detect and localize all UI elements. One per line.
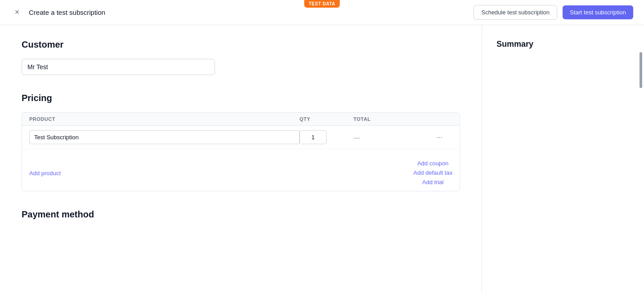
table-row: — ···: [22, 126, 460, 149]
pricing-heading: Pricing: [22, 93, 460, 103]
pricing-table: PRODUCT QTY TOTAL —: [22, 112, 460, 191]
right-panel: Summary: [482, 25, 644, 292]
add-coupon-button[interactable]: Add coupon: [413, 160, 452, 167]
pricing-table-header: PRODUCT QTY TOTAL: [22, 113, 460, 126]
close-icon: ×: [15, 8, 20, 17]
coupon-group: Add coupon Add default tax Add trial: [413, 155, 452, 186]
add-links-container: Add product Add coupon Add default tax A…: [22, 149, 460, 191]
page-title: Create a test subscription: [29, 9, 105, 16]
customer-heading: Customer: [22, 40, 460, 50]
payment-method-heading: Payment method: [22, 209, 460, 220]
top-bar: × Create a test subscription TEST DATA S…: [0, 0, 644, 25]
qty-input[interactable]: [300, 130, 326, 144]
more-cell: ···: [434, 132, 452, 143]
add-product-button[interactable]: Add product: [29, 161, 61, 186]
test-data-badge: TEST DATA: [304, 0, 340, 8]
top-bar-left: × Create a test subscription: [11, 6, 105, 19]
main-layout: Customer Pricing PRODUCT QTY TOTAL: [0, 25, 644, 292]
col-total-label: TOTAL: [353, 116, 434, 122]
scroll-indicator: [640, 52, 642, 88]
payment-method-section: Payment method: [22, 209, 460, 220]
col-qty-label: QTY: [300, 116, 353, 122]
top-bar-right: Schedule test subscription Start test su…: [474, 5, 633, 20]
summary-heading: Summary: [496, 40, 630, 49]
schedule-button[interactable]: Schedule test subscription: [474, 5, 557, 20]
pricing-section: Pricing PRODUCT QTY TOTAL: [22, 93, 460, 191]
customer-section: Customer: [22, 40, 460, 75]
customer-input[interactable]: [22, 59, 215, 75]
start-button[interactable]: Start test subscription: [563, 5, 633, 19]
col-product-label: PRODUCT: [29, 116, 300, 122]
add-default-tax-button[interactable]: Add default tax: [413, 169, 452, 176]
add-trial-button[interactable]: Add trial: [413, 179, 452, 186]
product-input[interactable]: [29, 130, 300, 144]
more-options-button[interactable]: ···: [434, 132, 444, 143]
close-button[interactable]: ×: [11, 6, 23, 19]
total-dash: —: [353, 134, 360, 141]
total-cell: —: [353, 134, 434, 141]
qty-cell: [300, 130, 353, 144]
product-cell: [29, 130, 300, 144]
left-panel: Customer Pricing PRODUCT QTY TOTAL: [0, 25, 482, 292]
